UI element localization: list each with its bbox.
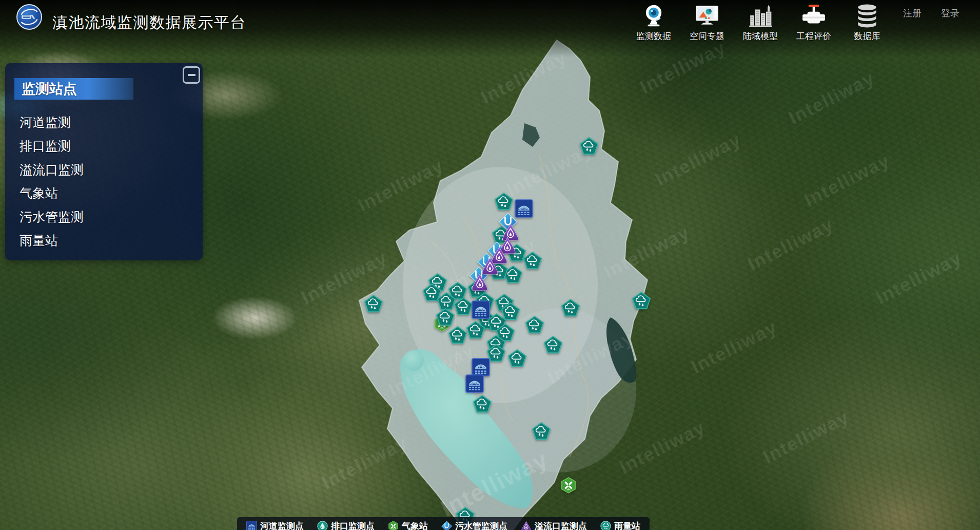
rain-station-marker[interactable] xyxy=(436,308,455,327)
panel-item-1[interactable]: 排口监测 xyxy=(19,134,84,158)
rain-station-marker[interactable] xyxy=(454,297,473,316)
buildings-icon xyxy=(747,3,774,29)
main-nav: 监测数据空间专题陆域模型工程评价数据库 xyxy=(627,3,894,42)
panel-item-3[interactable]: 气象站 xyxy=(19,181,84,205)
monitoring-stations-panel: 监测站点 河道监测排口监测溢流口监测气象站污水管监测雨量站 xyxy=(5,63,203,260)
rain-station-marker[interactable] xyxy=(466,320,485,340)
nav-label: 数据库 xyxy=(854,30,880,42)
legend-item-river: 河道监测点 xyxy=(246,520,304,530)
rain-station-marker[interactable] xyxy=(525,315,544,335)
nav-label: 工程评价 xyxy=(796,30,831,42)
river-legend-icon xyxy=(246,521,257,530)
database-icon xyxy=(854,3,880,29)
rain-station-marker[interactable] xyxy=(523,251,542,271)
panel-item-list: 河道监测排口监测溢流口监测气象站污水管监测雨量站 xyxy=(19,110,84,252)
river-station-marker[interactable] xyxy=(515,199,533,218)
auth-links: 注册 登录 xyxy=(903,7,959,20)
legend-item-sewage: 污水管监测点 xyxy=(441,520,507,530)
legend-label: 雨量站 xyxy=(614,520,640,530)
top-header: 滇池流域监测数据展示平台 监测数据空间专题陆域模型工程评价数据库 注册 登录 xyxy=(0,0,980,58)
app-root: { "header": { "title": "滇池流域监测数据展示平台", "… xyxy=(0,0,980,530)
legend-item-rain: 雨量站 xyxy=(600,520,640,530)
nav-label: 监测数据 xyxy=(636,30,671,42)
panel-item-4[interactable]: 污水管监测 xyxy=(19,205,84,229)
map-legend: 河道监测点排口监测点气象站污水管监测点溢流口监测点雨量站 xyxy=(237,517,650,530)
valve-icon xyxy=(800,3,827,29)
rain-station-marker[interactable] xyxy=(579,137,599,156)
legend-label: 溢流口监测点 xyxy=(535,520,587,530)
sewage-legend-icon xyxy=(441,521,452,530)
legend-label: 河道监测点 xyxy=(260,520,304,530)
register-link[interactable]: 注册 xyxy=(903,7,922,20)
legend-label: 排口监测点 xyxy=(331,520,375,530)
panel-title: 监测站点 xyxy=(14,78,133,100)
legend-label: 气象站 xyxy=(402,520,428,530)
rain-station-marker[interactable] xyxy=(632,291,651,311)
nav-label: 空间专题 xyxy=(690,30,724,42)
legend-item-overflow: 溢流口监测点 xyxy=(521,520,587,530)
nav-item-monitoring-data[interactable]: 监测数据 xyxy=(627,3,680,42)
nav-label: 陆域模型 xyxy=(743,30,778,42)
weather-legend-icon xyxy=(388,521,399,530)
nav-item-spatial-theme[interactable]: 空间专题 xyxy=(680,3,734,42)
overflow-station-marker[interactable] xyxy=(471,273,489,292)
legend-item-weather: 气象站 xyxy=(388,520,428,530)
panel-item-0[interactable]: 河道监测 xyxy=(19,110,84,134)
rain-station-marker[interactable] xyxy=(494,192,514,212)
rain-station-marker[interactable] xyxy=(501,302,520,321)
panel-item-2[interactable]: 溢流口监测 xyxy=(19,158,84,181)
monitor-chart-icon xyxy=(694,3,720,29)
rain-station-marker[interactable] xyxy=(561,298,580,318)
overflow-station-marker[interactable] xyxy=(481,257,499,275)
outlet-legend-icon xyxy=(317,521,328,530)
panel-item-5[interactable]: 雨量站 xyxy=(19,229,84,252)
login-link[interactable]: 登录 xyxy=(941,7,959,20)
rain-station-marker[interactable] xyxy=(364,294,383,314)
legend-label: 污水管监测点 xyxy=(455,520,507,530)
river-station-marker[interactable] xyxy=(472,300,490,319)
webcam-icon xyxy=(640,3,667,29)
rain-station-marker[interactable] xyxy=(473,394,492,414)
nav-item-project-evaluation[interactable]: 工程评价 xyxy=(787,3,840,42)
rain-legend-icon xyxy=(600,521,611,530)
nav-item-database[interactable]: 数据库 xyxy=(840,3,894,42)
legend-item-outlet: 排口监测点 xyxy=(317,520,375,530)
rain-station-marker[interactable] xyxy=(507,349,527,368)
app-logo xyxy=(16,4,42,30)
rain-station-marker[interactable] xyxy=(543,335,563,355)
rain-station-marker[interactable] xyxy=(532,422,551,441)
river-station-marker[interactable] xyxy=(465,374,484,393)
river-station-marker[interactable] xyxy=(472,358,490,376)
rain-station-marker[interactable] xyxy=(448,326,467,345)
nav-item-land-model[interactable]: 陆域模型 xyxy=(734,3,787,42)
weather-station-marker[interactable] xyxy=(560,477,577,494)
overflow-legend-icon xyxy=(521,521,532,530)
page-title: 滇池流域监测数据展示平台 xyxy=(52,12,246,33)
panel-minimize-button[interactable] xyxy=(183,66,200,84)
minimize-icon xyxy=(188,74,195,76)
